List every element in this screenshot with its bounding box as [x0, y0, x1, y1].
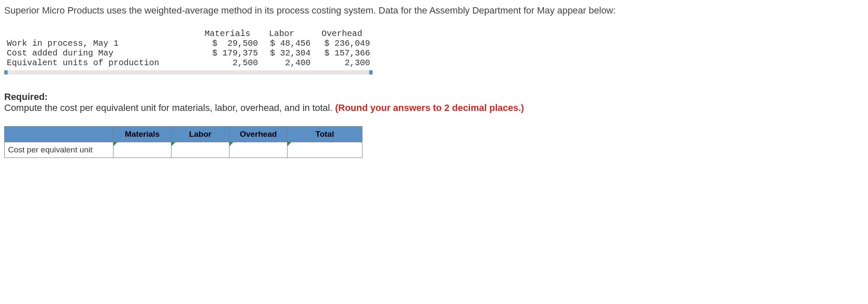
- input-total[interactable]: [287, 142, 362, 158]
- edit-indicator-icon: [287, 142, 291, 146]
- required-section: Required: Compute the cost per equivalen…: [4, 91, 864, 113]
- answer-col-labor: Labor: [171, 126, 229, 142]
- required-text: Compute the cost per equivalent unit for…: [4, 102, 335, 113]
- answer-corner: [5, 126, 113, 142]
- input-overhead[interactable]: [229, 142, 287, 158]
- input-materials[interactable]: [113, 142, 171, 158]
- table-row: Work in process, May 1 $ 29,500 $ 48,456…: [4, 39, 373, 48]
- required-label: Required:: [4, 91, 48, 102]
- col-materials: Materials: [202, 29, 260, 39]
- edit-indicator-icon: [229, 142, 233, 146]
- table-row: Equivalent units of production 2,500 2,4…: [4, 58, 373, 68]
- answer-table: Materials Labor Overhead Total Cost per …: [4, 126, 362, 158]
- edit-indicator-icon: [171, 142, 175, 146]
- problem-intro: Superior Micro Products uses the weighte…: [4, 4, 864, 17]
- separator-bar: [4, 70, 373, 75]
- cost-data-table: Materials Labor Overhead Work in process…: [4, 29, 373, 75]
- answer-col-materials: Materials: [113, 126, 171, 142]
- answer-col-total: Total: [287, 126, 362, 142]
- edit-indicator-icon: [113, 142, 117, 146]
- col-overhead: Overhead: [313, 29, 373, 39]
- input-labor[interactable]: [171, 142, 229, 158]
- answer-col-overhead: Overhead: [229, 126, 287, 142]
- table-row: Cost added during May $ 179,375 $ 32,304…: [4, 48, 373, 58]
- rounding-hint: (Round your answers to 2 decimal places.…: [335, 102, 524, 113]
- answer-row-label: Cost per equivalent unit: [5, 142, 113, 158]
- col-labor: Labor: [260, 29, 313, 39]
